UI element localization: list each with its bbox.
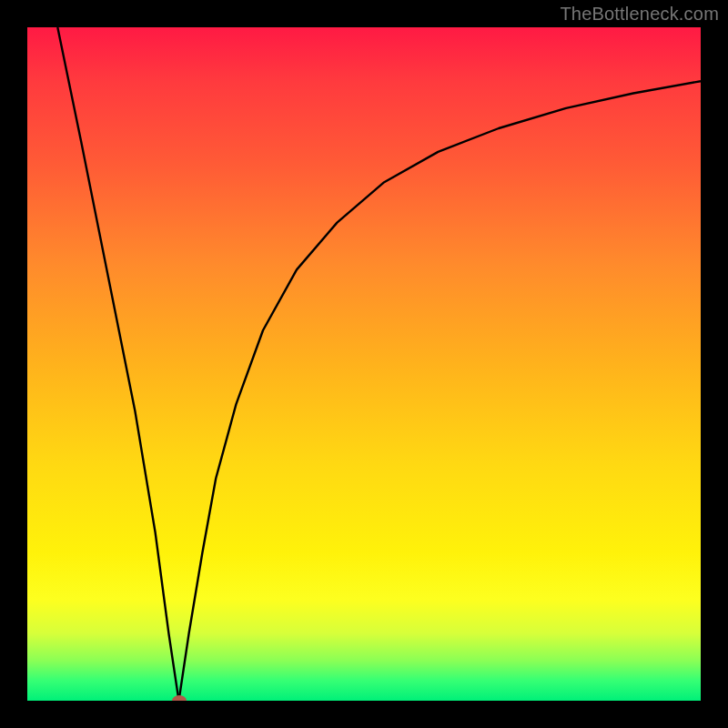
curve-segment-right <box>179 81 702 701</box>
plot-area <box>27 27 701 701</box>
watermark-text: TheBottleneck.com <box>560 4 719 25</box>
optimal-marker <box>172 695 187 701</box>
chart-frame: TheBottleneck.com <box>0 0 728 728</box>
bottleneck-curve <box>27 27 701 701</box>
curve-segment-left <box>57 27 178 701</box>
